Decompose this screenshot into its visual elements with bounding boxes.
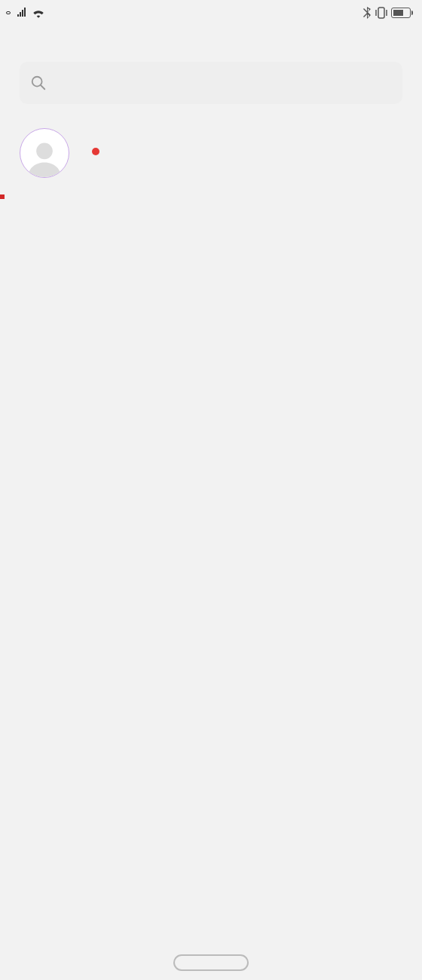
- page-title: [0, 26, 422, 62]
- avatar: [20, 128, 69, 178]
- highlight-box: [0, 194, 5, 199]
- status-left: [6, 8, 50, 18]
- status-right: [362, 7, 416, 19]
- svg-rect-0: [378, 8, 384, 18]
- notification-dot-icon: [92, 148, 99, 155]
- account-name: [86, 148, 99, 155]
- battery-indicator: [391, 8, 413, 18]
- svg-point-3: [36, 143, 53, 160]
- account-row[interactable]: [0, 118, 422, 194]
- nav-pill[interactable]: [173, 954, 249, 971]
- wifi-status-icon: [32, 8, 45, 18]
- svg-line-2: [41, 85, 45, 90]
- bluetooth-icon: [362, 7, 372, 19]
- search-input[interactable]: [20, 62, 402, 104]
- vowifi-badge: [6, 11, 11, 14]
- search-icon: [30, 75, 47, 91]
- vibrate-icon: [375, 7, 388, 19]
- signal-icon: [17, 8, 29, 18]
- status-bar: [0, 0, 422, 26]
